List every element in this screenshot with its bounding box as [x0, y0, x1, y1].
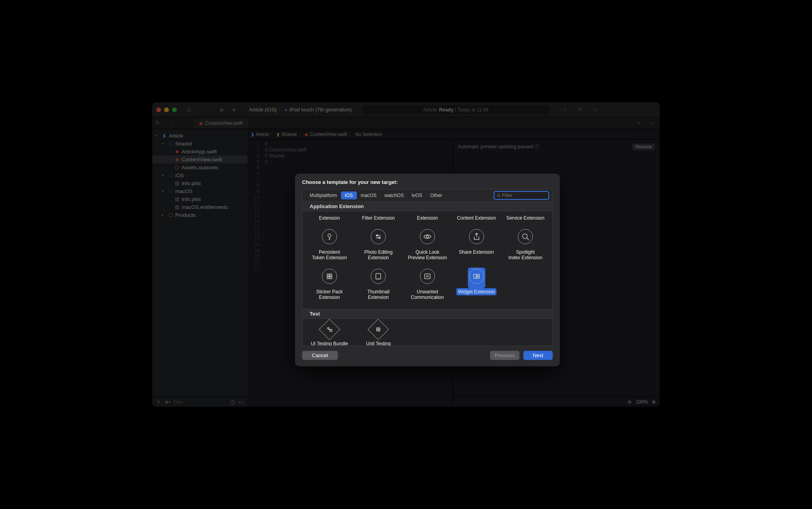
template-extension[interactable]: Extension	[305, 212, 354, 225]
template-grid-row: ExtensionFilter ExtensionExtensionConten…	[303, 211, 552, 225]
filter-icon: ⊙	[497, 193, 500, 198]
sheet-buttons: Cancel Previous Next	[295, 346, 560, 366]
sheet-title: Choose a template for your new target:	[295, 174, 560, 189]
template-unit-testing[interactable]: Unit Testing	[354, 319, 403, 346]
template-filter[interactable]: ⊙	[494, 191, 549, 200]
svg-rect-12	[474, 274, 476, 278]
section-application-extension: Application Extension	[303, 202, 552, 211]
grid4-icon	[322, 269, 337, 284]
block-icon	[420, 269, 435, 284]
template-content-extension[interactable]: Content Extension	[452, 212, 501, 225]
svg-rect-13	[477, 274, 479, 276]
template-sticker-pack-extension[interactable]: Sticker PackExtension	[305, 264, 354, 304]
template-ui-testing-bundle[interactable]: UI Testing Bundle	[305, 319, 354, 346]
previous-button[interactable]: Previous	[490, 351, 519, 360]
template-label: Share Extension	[458, 249, 496, 256]
template-label: Extension	[317, 214, 341, 222]
xcode-window: ☰ ▶ ■ Article (iOS) 〉 ▸ iPod touch (7th …	[152, 102, 660, 407]
template-label: UnwantedCommunication	[409, 288, 445, 301]
filter-input[interactable]	[502, 193, 546, 198]
template-label: PersistentToken Extension	[310, 249, 349, 261]
template-label: Sticker PackExtension	[314, 288, 344, 301]
svg-point-15	[327, 327, 329, 329]
sliders-icon	[371, 229, 386, 244]
template-label: Photo EditingExtension	[363, 249, 394, 261]
share-icon	[469, 229, 484, 244]
template-quick-look-preview-extension[interactable]: Quick LookPreview Extension	[403, 225, 452, 264]
widget-icon	[469, 269, 484, 284]
svg-rect-8	[330, 277, 332, 279]
template-label: Widget Extension	[456, 288, 496, 295]
svg-rect-6	[330, 274, 332, 276]
platform-segmented-control: MultiplatformiOSmacOSwatchOStvOSOther	[306, 191, 446, 199]
template-label: ThumbnailExtension	[366, 288, 391, 301]
template-label: SpotlightIndex Extension	[507, 249, 544, 261]
section-test: Test	[303, 309, 552, 319]
svg-point-3	[426, 235, 429, 238]
new-target-sheet: Choose a template for your new target: M…	[295, 174, 560, 366]
template-grid-row: UI Testing BundleUnit Testing	[303, 319, 552, 346]
template-unwanted-communication[interactable]: UnwantedCommunication	[403, 264, 452, 304]
template-share-extension[interactable]: Share Extension	[452, 225, 501, 264]
svg-rect-7	[327, 277, 329, 279]
template-list[interactable]: Application Extension ExtensionFilter Ex…	[302, 202, 553, 346]
template-persistent-token-extension[interactable]: PersistentToken Extension	[305, 225, 354, 264]
platform-tab-tvos[interactable]: tvOS	[408, 191, 426, 199]
template-service-extension[interactable]: Service Extension	[501, 212, 550, 225]
template-thumbnail-extension[interactable]: ThumbnailExtension	[354, 264, 403, 304]
template-photo-editing-extension[interactable]: Photo EditingExtension	[354, 225, 403, 264]
svg-point-0	[328, 234, 331, 237]
template-label: Service Extension	[505, 214, 546, 222]
thumb-icon	[371, 269, 386, 284]
template-label: Extension	[416, 214, 440, 222]
template-grid-row: PersistentToken ExtensionPhoto EditingEx…	[303, 225, 552, 264]
template-label: UI Testing Bundle	[309, 340, 350, 346]
template-label: Content Extension	[456, 214, 498, 222]
svg-rect-5	[327, 274, 329, 276]
template-label: Quick LookPreview Extension	[406, 249, 449, 261]
template-widget-extension[interactable]: Widget Extension	[452, 264, 501, 304]
uitest-icon	[319, 319, 340, 340]
svg-rect-14	[477, 277, 479, 278]
template-grid-row: Sticker PackExtensionThumbnailExtensionU…	[303, 264, 552, 309]
eye-icon	[420, 229, 435, 244]
key-icon	[322, 229, 337, 244]
unittest-icon	[368, 319, 389, 340]
svg-point-10	[378, 278, 379, 279]
search-icon	[518, 229, 533, 244]
platform-tab-other[interactable]: Other	[426, 191, 446, 199]
platform-tab-watchos[interactable]: watchOS	[381, 191, 408, 199]
platform-tabs: MultiplatformiOSmacOSwatchOStvOSOther ⊙	[302, 189, 553, 202]
cancel-button[interactable]: Cancel	[302, 351, 338, 360]
template-label: Unit Testing	[364, 340, 392, 346]
svg-point-4	[523, 234, 527, 239]
next-button[interactable]: Next	[523, 351, 553, 360]
platform-tab-ios[interactable]: iOS	[341, 191, 357, 199]
template-label: Filter Extension	[360, 214, 396, 222]
template-filter-extension[interactable]: Filter Extension	[354, 212, 403, 225]
platform-tab-multiplatform[interactable]: Multiplatform	[306, 191, 341, 199]
template-spotlight-index-extension[interactable]: SpotlightIndex Extension	[501, 225, 550, 264]
template-extension[interactable]: Extension	[403, 212, 452, 225]
platform-tab-macos[interactable]: macOS	[357, 191, 381, 199]
